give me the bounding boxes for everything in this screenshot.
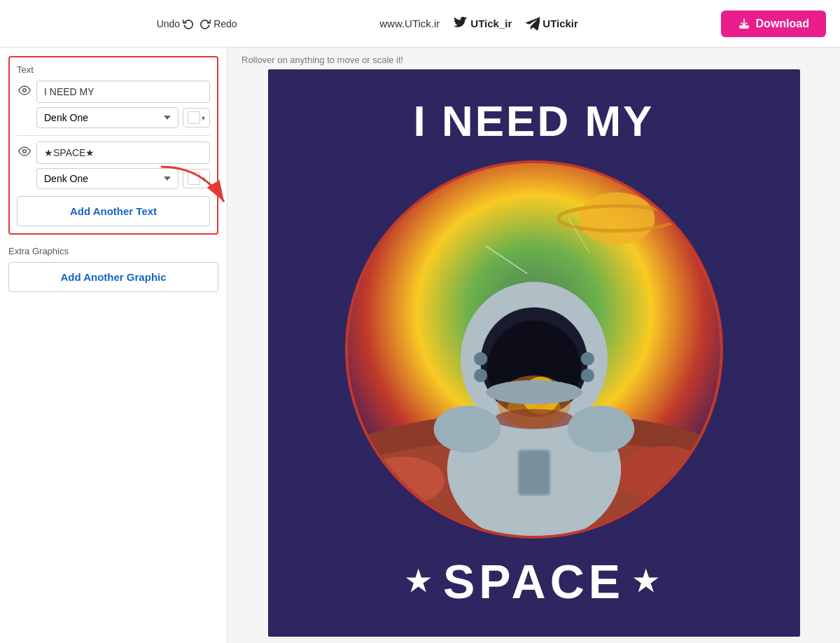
topbar: Undo Redo www.UTick.ir UTick_ir UTickir …	[0, 0, 840, 48]
add-graphic-button[interactable]: Add Another Graphic	[8, 262, 218, 292]
color-swatch-1	[188, 111, 200, 124]
svg-point-31	[567, 406, 634, 452]
undo-label: Undo	[157, 18, 180, 29]
svg-point-23	[474, 352, 487, 366]
telegram-label: UTickir	[542, 18, 578, 29]
telegram-link: UTickir	[526, 17, 578, 31]
text-section: Text Denk One Arial Impact	[8, 56, 218, 235]
redo-label: Redo	[214, 18, 237, 29]
text-section-label: Text	[17, 64, 210, 75]
main-layout: Text Denk One Arial Impact	[0, 48, 840, 643]
canvas-wrapper: I NEED MY	[227, 69, 840, 643]
canvas-bottom-word: SPACE	[443, 554, 624, 609]
eye-icon-1	[18, 84, 31, 97]
download-button[interactable]: Download	[721, 11, 826, 37]
color-picker-1[interactable]: ▾	[183, 108, 210, 127]
undo-icon	[183, 18, 194, 29]
redo-button[interactable]: Redo	[200, 18, 237, 29]
twitter-link: UTick_ir	[454, 17, 512, 31]
svg-rect-28	[519, 451, 548, 494]
eye-icon-2	[18, 145, 31, 158]
redo-icon	[200, 18, 211, 29]
canvas-image[interactable]: I NEED MY	[268, 69, 800, 637]
text-row-divider	[17, 135, 210, 136]
canvas-top-text[interactable]: I NEED MY	[414, 97, 654, 145]
extra-graphics-label: Extra Graphics	[8, 246, 218, 256]
svg-point-1	[23, 89, 27, 92]
telegram-icon	[526, 17, 540, 31]
font-select-2[interactable]: Denk One Arial Impact	[36, 168, 178, 189]
svg-point-22	[493, 409, 574, 429]
font-row-2: Denk One Arial Impact ▾	[36, 168, 210, 189]
add-text-button[interactable]: Add Another Text	[17, 196, 210, 226]
svg-point-26	[580, 369, 594, 382]
color-swatch-2	[188, 172, 200, 185]
canvas-hint: Rollover on anything to move or scale it…	[241, 48, 403, 69]
text-row-2: Denk One Arial Impact ▾	[17, 141, 210, 189]
undo-redo-group: Undo Redo	[157, 18, 237, 29]
astronaut-svg	[394, 242, 674, 539]
graphics-section: Extra Graphics Add Another Graphic	[8, 246, 218, 292]
color-picker-2[interactable]: ▾	[183, 169, 210, 188]
svg-point-24	[580, 352, 594, 366]
download-label: Download	[756, 18, 809, 30]
site-link: www.UTick.ir	[379, 18, 440, 29]
download-icon	[738, 18, 750, 30]
star-right: ★	[633, 565, 662, 597]
svg-point-29	[486, 380, 582, 404]
twitter-label: UTick_ir	[470, 18, 512, 29]
text-input-row-2	[17, 141, 210, 164]
visibility-toggle-1[interactable]	[17, 83, 32, 101]
topbar-center: www.UTick.ir UTick_ir UTickir	[379, 17, 578, 31]
svg-point-2	[23, 150, 27, 153]
svg-point-5	[579, 192, 654, 244]
svg-point-30	[433, 406, 500, 452]
canvas-circle	[345, 160, 723, 539]
font-select-1[interactable]: Denk One Arial Impact	[36, 107, 178, 128]
text-input-2[interactable]	[36, 141, 210, 164]
undo-button[interactable]: Undo	[157, 18, 194, 29]
text-input-row-1	[17, 81, 210, 103]
star-left: ★	[405, 565, 435, 597]
canvas-bottom-text[interactable]: ★ SPACE ★	[405, 554, 662, 609]
svg-point-25	[474, 369, 487, 382]
sidebar: Text Denk One Arial Impact	[0, 48, 227, 643]
canvas-area: Rollover on anything to move or scale it…	[227, 48, 840, 643]
font-row-1: Denk One Arial Impact ▾	[36, 107, 210, 128]
color-chevron-1: ▾	[202, 114, 205, 122]
twitter-icon	[454, 17, 468, 31]
visibility-toggle-2[interactable]	[17, 144, 32, 162]
text-row-1: Denk One Arial Impact ▾	[17, 81, 210, 128]
color-chevron-2: ▾	[202, 175, 205, 183]
text-input-1[interactable]	[36, 81, 210, 103]
